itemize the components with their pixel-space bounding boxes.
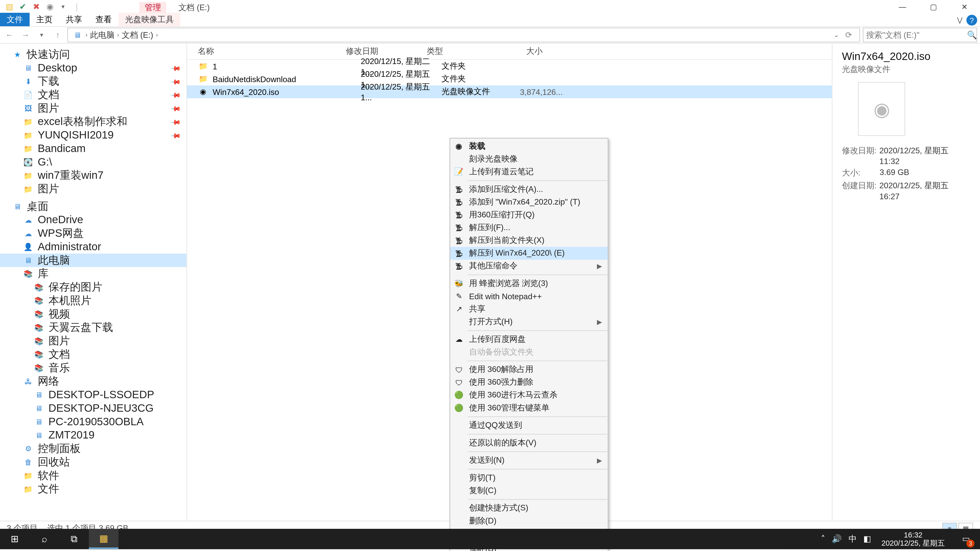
breadcrumb-item[interactable]: 文档 (E:): [122, 29, 153, 41]
context-menu-item[interactable]: 🗜解压到 Win7x64_2020\ (E): [450, 247, 608, 260]
context-menu-item[interactable]: ↗共享: [450, 303, 608, 316]
context-menu-item[interactable]: 📝上传到有道云笔记: [450, 165, 608, 178]
start-button[interactable]: ⊞: [0, 529, 30, 549]
minimize-button[interactable]: —: [887, 0, 918, 14]
context-menu-item[interactable]: 🗜解压到当前文件夹(X): [450, 234, 608, 247]
nav-item[interactable]: 👤Administrator: [0, 240, 186, 254]
context-menu-item[interactable]: 🟢使用 360进行木马云查杀: [450, 389, 608, 402]
context-menu-item[interactable]: ◉装载: [450, 140, 608, 152]
nav-item[interactable]: 📚文档: [0, 348, 186, 361]
context-menu-item[interactable]: ☁上传到百度网盘: [450, 333, 608, 346]
nav-quick-access[interactable]: ★快速访问: [0, 48, 186, 61]
nav-item[interactable]: 📚保存的图片: [0, 281, 186, 294]
taskbar-search-button[interactable]: ⌕: [30, 529, 59, 549]
context-menu-item[interactable]: 🐝用 蜂蜜浏览器 浏览(3): [450, 277, 608, 290]
nav-item[interactable]: 📄文档📌: [0, 88, 186, 102]
x-icon[interactable]: ✖: [31, 1, 41, 12]
nav-back-button[interactable]: ←: [3, 28, 16, 42]
context-menu-item[interactable]: 通过QQ发送到: [450, 419, 608, 432]
help-button[interactable]: ?: [966, 15, 977, 25]
nav-forward-button[interactable]: →: [19, 28, 32, 42]
context-menu-item[interactable]: 🗜其他压缩命令▶: [450, 260, 608, 272]
nav-item[interactable]: 📁图片: [0, 183, 186, 196]
nav-item[interactable]: 🗑回收站: [0, 455, 186, 469]
context-menu-item[interactable]: 🛡使用 360强力删除: [450, 376, 608, 389]
context-menu-item[interactable]: 还原以前的版本(V): [450, 437, 608, 449]
nav-item[interactable]: ☁OneDrive: [0, 213, 186, 227]
context-menu-item[interactable]: 🟢使用 360管理右键菜单: [450, 402, 608, 414]
nav-item[interactable]: 📁软件: [0, 469, 186, 483]
context-menu-item[interactable]: ✎Edit with Notepad++: [450, 290, 608, 303]
refresh-button[interactable]: ⟳: [842, 28, 856, 42]
nav-item[interactable]: ☁WPS网盘: [0, 227, 186, 240]
nav-item[interactable]: 📚音乐: [0, 361, 186, 375]
file-row[interactable]: ◉Win7x64_2020.iso2020/12/25, 星期五 1...光盘映…: [187, 86, 832, 98]
nav-item[interactable]: 🖥DESKTOP-NJEU3CG: [0, 402, 186, 415]
close-button[interactable]: ✕: [949, 0, 980, 14]
context-menu-item[interactable]: 创建快捷方式(S): [450, 502, 608, 514]
volume-icon[interactable]: 🔊: [832, 534, 842, 544]
expand-ribbon-icon[interactable]: ⋁: [957, 16, 963, 24]
nav-item[interactable]: 📚库: [0, 267, 186, 281]
disc-icon[interactable]: ◉: [45, 1, 55, 12]
tray-overflow-icon[interactable]: ˄: [821, 534, 825, 544]
nav-item[interactable]: 🖼图片📌: [0, 102, 186, 115]
nav-item[interactable]: 🖥ZMT2019: [0, 429, 186, 442]
context-menu-item[interactable]: 🛡使用 360解除占用: [450, 363, 608, 376]
check-icon[interactable]: ✔: [18, 1, 28, 12]
address-dropdown-icon[interactable]: ⌄: [834, 32, 839, 38]
nav-item[interactable]: 📁Bandicam: [0, 142, 186, 156]
ribbon-tab-view[interactable]: 查看: [89, 13, 118, 26]
nav-item[interactable]: 📚图片: [0, 334, 186, 348]
breadcrumb-item[interactable]: 此电脑: [90, 29, 115, 41]
context-menu-item[interactable]: 复制(C): [450, 484, 608, 497]
search-icon[interactable]: 🔍: [967, 30, 977, 40]
ribbon-tab-disctools[interactable]: 光盘映像工具: [118, 13, 180, 26]
context-menu-item[interactable]: 🗜用360压缩打开(Q): [450, 208, 608, 221]
nav-up-button[interactable]: ↑: [51, 28, 65, 42]
context-menu-item[interactable]: 🗜添加到 "Win7x64_2020.zip" (T): [450, 196, 608, 208]
context-menu-item[interactable]: 发送到(N)▶: [450, 454, 608, 467]
task-view-button[interactable]: ⧉: [59, 529, 89, 549]
search-box[interactable]: 🔍: [863, 27, 977, 42]
ribbon-tab-share[interactable]: 共享: [59, 13, 89, 26]
context-menu-item[interactable]: 删除(D): [450, 514, 608, 527]
nav-history-dropdown[interactable]: ▾: [35, 28, 48, 42]
nav-item[interactable]: 📁win7重装win7: [0, 169, 186, 183]
explorer-taskbar-icon[interactable]: ▦: [89, 529, 118, 549]
clock[interactable]: 16:32 2020/12/25, 星期五: [877, 530, 949, 547]
nav-item[interactable]: 📚视频: [0, 307, 186, 321]
context-menu-item[interactable]: 🗜添加到压缩文件(A)...: [450, 183, 608, 196]
col-date[interactable]: 修改日期: [346, 46, 426, 57]
col-type[interactable]: 类型: [427, 46, 494, 57]
col-name[interactable]: 名称: [198, 46, 346, 57]
nav-item[interactable]: 📚本机照片: [0, 294, 186, 307]
qat-dropdown-icon[interactable]: ▾: [58, 1, 68, 12]
ribbon-tab-file[interactable]: 文件: [0, 13, 30, 26]
context-menu-item[interactable]: 刻录光盘映像: [450, 153, 608, 165]
nav-item[interactable]: 🖥PC-20190530OBLA: [0, 415, 186, 429]
nav-item[interactable]: 💽G:\: [0, 156, 186, 169]
col-size[interactable]: 大小: [494, 46, 548, 57]
context-menu-item[interactable]: 打开方式(H)▶: [450, 316, 608, 328]
nav-item[interactable]: 🖥DESKTOP-LSSOEDP: [0, 388, 186, 402]
nav-item[interactable]: 📁YUNQISHI2019📌: [0, 129, 186, 142]
nav-item[interactable]: ⬇下载📌: [0, 75, 186, 88]
nav-item[interactable]: 📚天翼云盘下载: [0, 321, 186, 334]
search-input[interactable]: [866, 30, 967, 40]
breadcrumb[interactable]: 🖥 › 此电脑 › 文档 (E:) › ⌄ ⟳: [67, 27, 860, 42]
nav-desktop[interactable]: 🖥桌面: [0, 200, 186, 213]
tray-app-icon[interactable]: ◧: [863, 534, 871, 544]
context-menu-item[interactable]: 剪切(T): [450, 472, 608, 484]
file-row[interactable]: 📁BaiduNetdiskDownload2020/12/25, 星期五 1..…: [187, 73, 832, 86]
action-center-button[interactable]: ▭3: [956, 529, 976, 549]
maximize-button[interactable]: ▢: [918, 0, 949, 14]
nav-item[interactable]: 📁excel表格制作求和📌: [0, 115, 186, 129]
folder-icon[interactable]: ▧: [4, 1, 15, 12]
nav-item[interactable]: 🖥此电脑: [0, 254, 186, 267]
context-menu-item[interactable]: 🗜解压到(F)...: [450, 221, 608, 234]
ribbon-tab-home[interactable]: 主页: [30, 13, 59, 26]
ime-indicator[interactable]: 中: [849, 533, 857, 545]
file-row[interactable]: 📁12020/12/15, 星期二 1...文件夹: [187, 60, 832, 73]
nav-network[interactable]: 🖧网络: [0, 375, 186, 388]
